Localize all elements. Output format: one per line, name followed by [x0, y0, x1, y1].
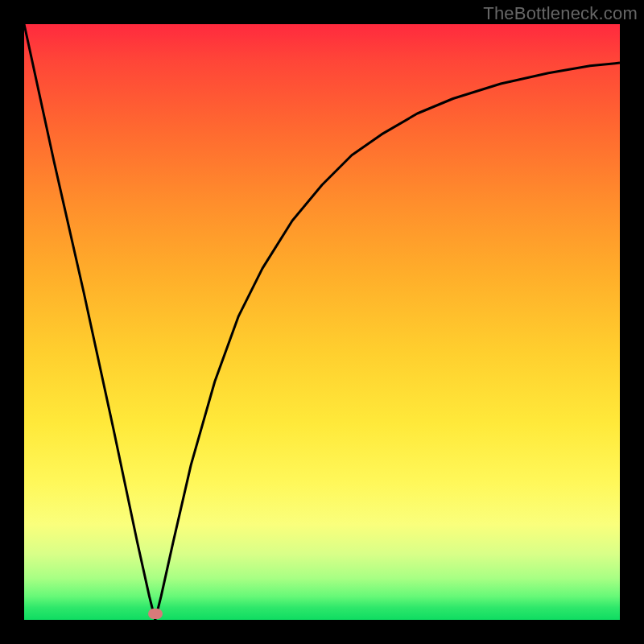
- chart-plot-area: [24, 24, 620, 620]
- watermark-text: TheBottleneck.com: [483, 3, 638, 24]
- minimum-marker: [148, 609, 163, 619]
- chart-frame: TheBottleneck.com: [0, 0, 644, 644]
- bottleneck-curve: [24, 24, 620, 620]
- curve-path: [24, 24, 620, 620]
